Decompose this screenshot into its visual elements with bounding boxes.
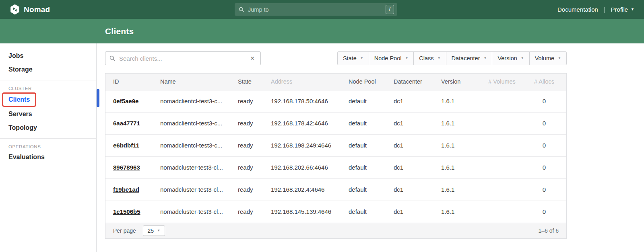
sidebar-item-topology[interactable]: Topology <box>0 121 96 135</box>
cell-node-pool: default <box>341 134 386 156</box>
cell-volumes <box>482 90 522 112</box>
cell-version: 1.6.1 <box>433 178 482 201</box>
caret-down-icon: ▼ <box>483 57 487 60</box>
cell-datacenter: dc1 <box>386 134 433 156</box>
cell-datacenter: dc1 <box>386 112 433 134</box>
cell-address: 192.168.178.42:4646 <box>263 112 341 134</box>
caret-down-icon: ▼ <box>157 229 160 232</box>
filter-version[interactable]: Version ▼ <box>492 51 529 65</box>
cell-version: 1.6.1 <box>433 134 482 156</box>
sidebar-item-jobs[interactable]: Jobs <box>0 49 96 63</box>
client-id-link[interactable]: 0ef5ae9e <box>113 98 138 104</box>
per-page-select[interactable]: 25 ▼ <box>143 225 165 236</box>
cell-id: 89678963 <box>105 156 153 178</box>
column-header-volumes: # Volumes <box>482 74 522 90</box>
cell-name: nomadclientcl-test3-c... <box>153 90 230 112</box>
client-id-link[interactable]: f19be1ad <box>113 186 139 193</box>
brand-name: Nomad <box>24 5 50 14</box>
table-row[interactable]: f19be1ad nomadcluster-test3-cl... ready … <box>105 178 566 201</box>
cell-allocs: 0 <box>522 90 566 112</box>
filter-volume[interactable]: Volume ▼ <box>529 51 567 65</box>
caret-down-icon: ▼ <box>405 57 408 60</box>
column-header-id[interactable]: ID <box>105 74 153 90</box>
filter-class[interactable]: Class ▼ <box>413 51 446 65</box>
cell-datacenter: dc1 <box>386 156 433 178</box>
client-id-link[interactable]: 1c1506b5 <box>113 208 140 215</box>
cell-state: ready <box>230 90 263 112</box>
table-row[interactable]: e6bdbf11 nomadclientcl-test3-c... ready … <box>105 134 566 156</box>
cell-allocs: 0 <box>522 134 566 156</box>
table-row[interactable]: 6aa47771 nomadclientcl-test3-c... ready … <box>105 112 566 134</box>
cell-address: 192.168.178.50:4646 <box>263 90 341 112</box>
clear-search-button[interactable]: ✕ <box>248 55 256 62</box>
column-header-node-pool[interactable]: Node Pool <box>341 74 386 90</box>
cell-id: 6aa47771 <box>105 112 153 134</box>
slash-shortcut-hint: / <box>386 5 394 14</box>
cell-address: 192.168.145.139:4646 <box>263 201 341 223</box>
cell-address: 192.168.198.249:4646 <box>263 134 341 156</box>
clients-search-input[interactable] <box>118 55 248 62</box>
filter-label: Class <box>419 55 433 61</box>
search-icon <box>239 7 244 12</box>
sidebar: Jobs Storage CLUSTER Clients Servers Top… <box>0 43 97 252</box>
client-id-link[interactable]: 6aa47771 <box>113 120 140 127</box>
cell-name: nomadcluster-test3-cl... <box>153 201 230 223</box>
sidebar-scroll-thumb[interactable] <box>97 89 99 107</box>
column-header-allocs: # Allocs <box>522 74 566 90</box>
column-header-state[interactable]: State <box>230 74 263 90</box>
cell-id: f19be1ad <box>105 178 153 201</box>
filter-state[interactable]: State ▼ <box>337 51 369 65</box>
sidebar-item-storage[interactable]: Storage <box>0 63 96 76</box>
cell-node-pool: default <box>341 201 386 223</box>
cell-version: 1.6.1 <box>433 156 482 178</box>
client-id-link[interactable]: 89678963 <box>113 164 140 171</box>
documentation-link[interactable]: Documentation <box>557 6 598 13</box>
filter-datacenter[interactable]: Datacenter ▼ <box>446 51 493 65</box>
cell-volumes <box>482 134 522 156</box>
cell-allocs: 0 <box>522 201 566 223</box>
table-row[interactable]: 1c1506b5 nomadcluster-test3-cl... ready … <box>105 201 566 223</box>
sidebar-divider <box>0 80 96 80</box>
filter-bar: State ▼ Node Pool ▼ Class ▼ Datacenter ▼ <box>337 51 567 65</box>
cell-volumes <box>482 112 522 134</box>
cell-version: 1.6.1 <box>433 112 482 134</box>
nomad-logo[interactable]: Nomad <box>10 4 50 15</box>
cell-name: nomadcluster-test3-cl... <box>153 156 230 178</box>
clients-search[interactable]: ✕ <box>105 51 261 65</box>
sidebar-item-evaluations[interactable]: Evaluations <box>0 150 96 164</box>
sidebar-item-clients[interactable]: Clients <box>3 94 35 106</box>
sidebar-section-operations: OPERATIONS <box>0 142 96 150</box>
cell-datacenter: dc1 <box>386 178 433 201</box>
top-navbar: Nomad / Documentation | Profile ▼ <box>0 0 644 19</box>
cell-address: 192.168.202.4:4646 <box>263 178 341 201</box>
client-id-link[interactable]: e6bdbf11 <box>113 142 139 149</box>
caret-down-icon: ▼ <box>438 57 441 60</box>
column-header-version[interactable]: Version <box>433 74 482 90</box>
table-footer: Per page 25 ▼ 1–6 of 6 <box>105 223 566 238</box>
cell-allocs: 0 <box>522 178 566 201</box>
cell-name: nomadcluster-test3-cl... <box>153 178 230 201</box>
cell-version: 1.6.1 <box>433 90 482 112</box>
table-row[interactable]: 0ef5ae9e nomadclientcl-test3-c... ready … <box>105 90 566 112</box>
caret-down-icon: ▼ <box>360 57 363 60</box>
caret-down-icon: ▼ <box>521 57 524 60</box>
jump-to-search[interactable]: / <box>235 3 397 16</box>
cell-name: nomadclientcl-test3-c... <box>153 112 230 134</box>
filter-node-pool[interactable]: Node Pool ▼ <box>369 51 414 65</box>
cell-node-pool: default <box>341 178 386 201</box>
cell-id: e6bdbf11 <box>105 134 153 156</box>
pagination-range: 1–6 of 6 <box>538 227 559 234</box>
column-header-datacenter[interactable]: Datacenter <box>386 74 433 90</box>
profile-menu[interactable]: Profile ▼ <box>611 6 634 13</box>
column-header-name[interactable]: Name <box>153 74 230 90</box>
table-row[interactable]: 89678963 nomadcluster-test3-cl... ready … <box>105 156 566 178</box>
clients-table: ID Name State Address Node Pool Datacent… <box>105 74 566 223</box>
cell-id: 0ef5ae9e <box>105 90 153 112</box>
filter-label: Volume <box>535 55 554 61</box>
cell-volumes <box>482 201 522 223</box>
jump-to-input[interactable] <box>247 6 386 13</box>
sidebar-item-servers[interactable]: Servers <box>0 107 96 121</box>
cell-node-pool: default <box>341 156 386 178</box>
page-subheader: Clients <box>0 19 644 43</box>
sidebar-section-cluster: CLUSTER <box>0 84 96 92</box>
